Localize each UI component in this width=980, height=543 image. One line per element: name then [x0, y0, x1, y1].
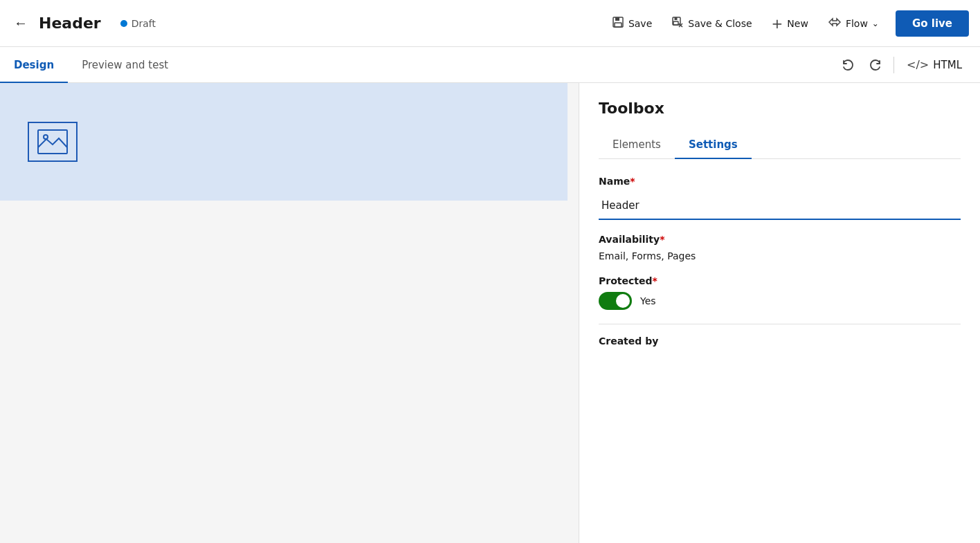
- name-field-section: Name*: [599, 176, 961, 220]
- toolbox-panel: Toolbox Elements Settings Name* Availabi…: [579, 83, 980, 543]
- tabs-right: </> HTML: [835, 54, 980, 76]
- toolbox-tab-settings[interactable]: Settings: [675, 131, 752, 159]
- canvas-inner: [0, 83, 579, 201]
- protected-toggle[interactable]: [599, 292, 632, 310]
- go-live-label: Go live: [912, 17, 952, 30]
- draft-label: Draft: [131, 18, 156, 29]
- draft-dot-icon: [120, 20, 127, 27]
- name-required-star: *: [630, 176, 635, 187]
- toolbox-tab-elements[interactable]: Elements: [599, 131, 675, 159]
- topbar-left: ← Header Draft: [11, 12, 598, 34]
- topbar-actions: Save Save & Close + New: [604, 10, 969, 37]
- availability-value: Email, Forms, Pages: [599, 250, 961, 261]
- availability-field-section: Availability* Email, Forms, Pages: [599, 234, 961, 261]
- protected-toggle-row: Yes: [599, 292, 961, 310]
- go-live-button[interactable]: Go live: [896, 10, 969, 37]
- tab-design[interactable]: Design: [0, 48, 68, 83]
- flow-icon: [828, 16, 842, 31]
- undo-button[interactable]: [835, 54, 860, 76]
- code-icon: </>: [907, 58, 929, 71]
- new-button[interactable]: + New: [763, 10, 817, 37]
- save-close-icon: [671, 16, 684, 31]
- save-button[interactable]: Save: [604, 10, 660, 37]
- toggle-knob: [616, 294, 630, 308]
- protected-toggle-label: Yes: [640, 295, 656, 306]
- toolbox-elements-label: Elements: [612, 138, 661, 151]
- back-button[interactable]: ←: [11, 12, 30, 34]
- toolbox-title: Toolbox: [599, 100, 961, 117]
- topbar: ← Header Draft Save: [0, 0, 980, 47]
- html-label: HTML: [933, 59, 962, 71]
- new-icon: +: [772, 15, 783, 32]
- undo-icon: [841, 58, 855, 72]
- tabs-divider: [893, 57, 894, 73]
- svg-rect-5: [673, 21, 678, 25]
- protected-field-section: Protected* Yes: [599, 275, 961, 310]
- toolbox-settings-label: Settings: [689, 138, 738, 151]
- protected-label: Protected*: [599, 275, 961, 286]
- svg-rect-1: [615, 17, 619, 21]
- save-label: Save: [628, 18, 652, 29]
- tabsbar: Design Preview and test </> HTML: [0, 47, 980, 83]
- page-title: Header: [39, 15, 101, 32]
- svg-rect-2: [615, 23, 621, 27]
- flow-button[interactable]: Flow ⌄: [819, 10, 887, 37]
- protected-required-star: *: [652, 275, 657, 286]
- back-icon: ←: [14, 15, 28, 31]
- save-close-label: Save & Close: [688, 18, 752, 29]
- header-canvas-block: [0, 83, 568, 201]
- availability-required-star: *: [660, 234, 664, 245]
- redo-button[interactable]: [863, 54, 888, 76]
- name-input[interactable]: [599, 192, 961, 220]
- section-divider: [599, 324, 961, 324]
- availability-label: Availability*: [599, 234, 961, 245]
- name-label: Name*: [599, 176, 961, 187]
- new-label: New: [787, 18, 808, 29]
- tab-preview-label: Preview and test: [82, 59, 168, 71]
- svg-rect-4: [675, 17, 678, 20]
- flow-label: Flow: [846, 18, 868, 29]
- main-layout: Toolbox Elements Settings Name* Availabi…: [0, 83, 980, 543]
- save-close-button[interactable]: Save & Close: [663, 10, 760, 37]
- flow-chevron-icon: ⌄: [872, 19, 879, 28]
- draft-badge: Draft: [120, 18, 156, 29]
- tab-preview[interactable]: Preview and test: [68, 48, 182, 83]
- toolbox-tabs: Elements Settings: [599, 131, 961, 159]
- created-by-label: Created by: [599, 335, 961, 347]
- html-button[interactable]: </> HTML: [900, 54, 969, 75]
- canvas-area: [0, 83, 579, 543]
- svg-point-9: [44, 135, 48, 139]
- created-by-section: Created by: [599, 335, 961, 347]
- tab-design-label: Design: [14, 59, 54, 71]
- image-icon: [37, 129, 68, 154]
- image-placeholder: [28, 122, 78, 162]
- redo-icon: [869, 58, 882, 72]
- save-icon: [612, 16, 624, 31]
